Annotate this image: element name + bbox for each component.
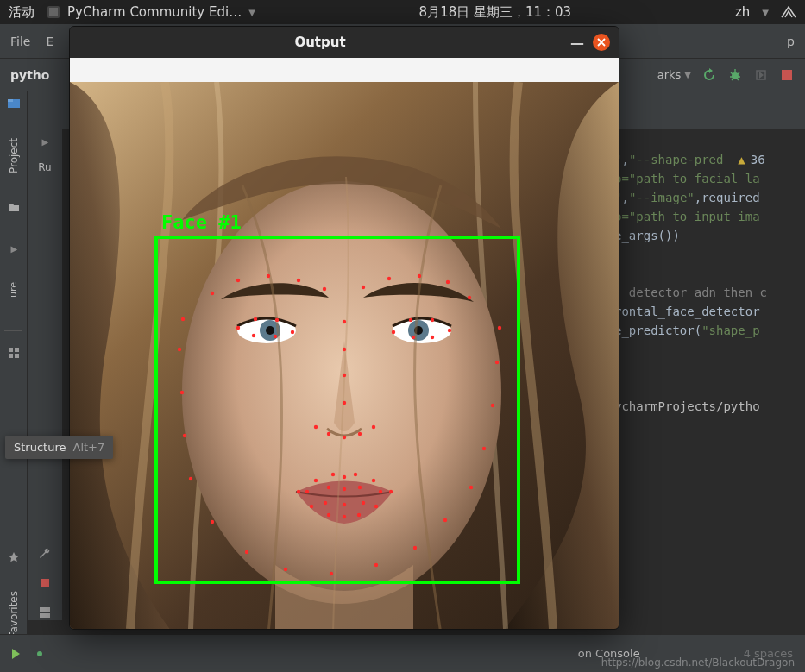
- landmark-point: [343, 515, 346, 518]
- landmark-point: [297, 490, 300, 493]
- svg-rect-5: [9, 348, 13, 352]
- landmark-point: [274, 335, 277, 338]
- clock-label[interactable]: 8月18日 星期三，11：03: [419, 4, 572, 21]
- active-app-indicator[interactable]: PyCharm Community Edi… ▼: [47, 4, 255, 20]
- input-language-indicator[interactable]: zh: [735, 4, 750, 20]
- run-config-dropdown[interactable]: arks ▼: [657, 68, 691, 81]
- code-token: rontal_face_detector: [614, 305, 760, 318]
- code-token: ,: [621, 191, 628, 204]
- landmark-point: [343, 374, 346, 377]
- code-token: e_predictor(: [614, 323, 701, 337]
- chevron-right-icon[interactable]: ▼: [9, 247, 18, 254]
- landmark-point: [448, 329, 451, 332]
- watermark: https://blog.csdn.net/BlackoutDragon: [601, 656, 795, 669]
- landmark-point: [343, 401, 346, 405]
- landmark-point: [324, 501, 327, 505]
- chevron-down-icon: ▼: [248, 8, 255, 17]
- code-token: p="path to input ima: [614, 210, 760, 223]
- landmark-point: [327, 486, 330, 489]
- code-token: p="path to facial la: [614, 172, 760, 185]
- landmark-point: [491, 404, 494, 407]
- svg-point-17: [266, 326, 274, 335]
- landmark-point: [392, 330, 395, 334]
- tooltip-label: Structure: [14, 441, 66, 454]
- landmark-point: [236, 326, 240, 330]
- landmark-point: [431, 318, 434, 322]
- debug-button[interactable]: [727, 67, 743, 83]
- landmark-point: [181, 317, 185, 321]
- landmark-point: [211, 292, 214, 295]
- menu-edit[interactable]: E: [46, 35, 53, 48]
- breadcrumb-project[interactable]: pytho: [10, 68, 49, 82]
- structure-tool-label-short[interactable]: ure: [8, 282, 19, 298]
- output-window-menu[interactable]: [70, 58, 619, 82]
- landmark-point: [330, 572, 333, 575]
- left-tool-strip: Project ▼ ure Favorites: [0, 91, 28, 655]
- chevron-right-icon[interactable]: ▼: [40, 140, 49, 147]
- landmark-point: [327, 432, 330, 436]
- menu-help[interactable]: p: [787, 35, 795, 48]
- run-config-label: arks: [657, 68, 682, 81]
- wrench-icon[interactable]: [37, 546, 53, 562]
- layout-icon[interactable]: [37, 605, 53, 620]
- landmark-point: [343, 320, 346, 323]
- minimize-button[interactable]: —: [570, 35, 584, 51]
- network-icon[interactable]: [781, 6, 796, 18]
- close-button[interactable]: [593, 34, 610, 51]
- landmark-point: [267, 274, 270, 278]
- landmark-point: [413, 546, 417, 550]
- output-window-titlebar[interactable]: Output —: [70, 27, 619, 58]
- run-icon[interactable]: [12, 649, 20, 659]
- code-token: ,: [621, 153, 628, 166]
- run-label-short[interactable]: Ru: [38, 161, 51, 173]
- landmark-point: [412, 336, 415, 339]
- landmark-point: [291, 330, 294, 334]
- landmark-point: [323, 287, 326, 291]
- landmark-point: [343, 503, 346, 506]
- rerun-button[interactable]: [701, 67, 717, 83]
- run-tool-sidebar: ▼ Ru: [28, 129, 62, 620]
- stop-button[interactable]: [779, 67, 795, 83]
- landmark-point: [343, 487, 346, 491]
- landmark-point: [314, 425, 318, 429]
- landmark-point: [297, 279, 300, 282]
- run-coverage-button[interactable]: [753, 67, 769, 83]
- structure-tooltip: Structure Alt+7: [5, 436, 113, 459]
- layout-icon[interactable]: [8, 347, 20, 359]
- landmark-point: [305, 490, 309, 493]
- close-icon: [597, 38, 606, 47]
- star-icon[interactable]: [8, 551, 20, 563]
- landmark-point: [482, 447, 486, 450]
- stop-icon: [782, 70, 792, 80]
- favorites-tool-label[interactable]: Favorites: [8, 591, 20, 637]
- pycharm-icon: [47, 5, 60, 19]
- landmark-point: [183, 434, 186, 437]
- landmark-point: [252, 334, 255, 337]
- code-token: e_args()): [614, 229, 680, 242]
- code-token: ,required: [695, 191, 760, 204]
- landmark-point: [275, 318, 279, 322]
- project-tool-label[interactable]: Project: [8, 138, 20, 173]
- landmark-point: [362, 286, 365, 289]
- landmark-point: [327, 513, 330, 517]
- svg-rect-8: [15, 354, 19, 358]
- output-window-title: Output: [70, 35, 570, 50]
- code-token: "shape_p: [701, 323, 759, 337]
- output-image: Face #1: [70, 82, 619, 629]
- landmark-point: [314, 479, 318, 482]
- project-icon[interactable]: [7, 97, 21, 110]
- landmark-point: [245, 550, 248, 554]
- inspection-warning[interactable]: ▲36: [738, 150, 764, 169]
- landmark-point: [189, 477, 192, 480]
- activities-label[interactable]: 活动: [9, 4, 35, 21]
- menu-file[interactable]: FFileile: [10, 35, 30, 48]
- folder-icon[interactable]: [8, 201, 20, 213]
- chevron-down-icon: ▼: [684, 70, 691, 79]
- landmark-point: [362, 501, 365, 505]
- landmark-point: [180, 391, 184, 394]
- output-window[interactable]: Output —: [69, 26, 619, 630]
- landmark-point: [495, 361, 499, 364]
- stop-icon-small[interactable]: [37, 575, 53, 591]
- landmark-point: [387, 277, 391, 280]
- svg-rect-7: [9, 354, 13, 358]
